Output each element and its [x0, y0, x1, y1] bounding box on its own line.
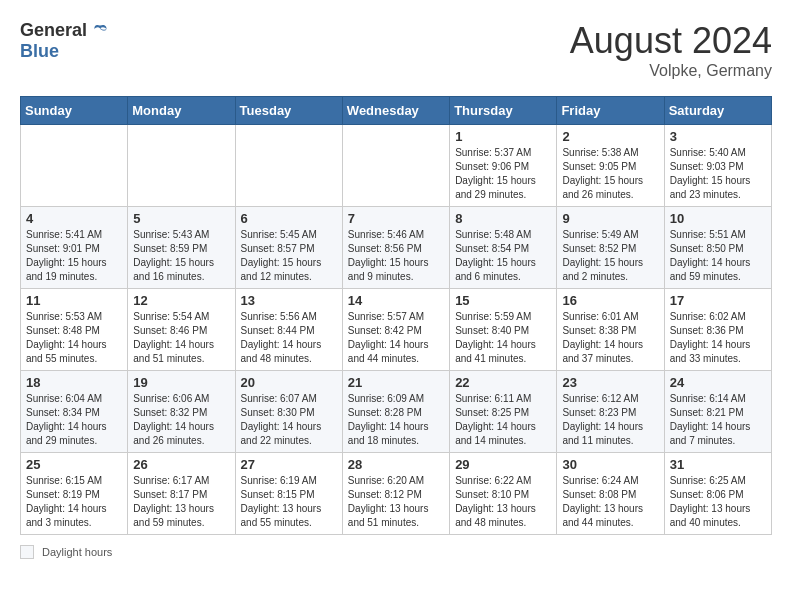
day-info: Sunrise: 6:02 AM Sunset: 8:36 PM Dayligh…	[670, 310, 766, 366]
day-number: 29	[455, 457, 551, 472]
day-number: 15	[455, 293, 551, 308]
calendar-table: SundayMondayTuesdayWednesdayThursdayFrid…	[20, 96, 772, 535]
calendar-cell: 6Sunrise: 5:45 AM Sunset: 8:57 PM Daylig…	[235, 207, 342, 289]
calendar-cell	[342, 125, 449, 207]
calendar-cell: 9Sunrise: 5:49 AM Sunset: 8:52 PM Daylig…	[557, 207, 664, 289]
calendar-cell: 19Sunrise: 6:06 AM Sunset: 8:32 PM Dayli…	[128, 371, 235, 453]
day-number: 10	[670, 211, 766, 226]
calendar-cell: 3Sunrise: 5:40 AM Sunset: 9:03 PM Daylig…	[664, 125, 771, 207]
day-info: Sunrise: 5:56 AM Sunset: 8:44 PM Dayligh…	[241, 310, 337, 366]
day-info: Sunrise: 6:09 AM Sunset: 8:28 PM Dayligh…	[348, 392, 444, 448]
day-info: Sunrise: 6:20 AM Sunset: 8:12 PM Dayligh…	[348, 474, 444, 530]
calendar-week-row: 18Sunrise: 6:04 AM Sunset: 8:34 PM Dayli…	[21, 371, 772, 453]
logo-general-text: General	[20, 20, 87, 41]
day-number: 1	[455, 129, 551, 144]
day-info: Sunrise: 6:11 AM Sunset: 8:25 PM Dayligh…	[455, 392, 551, 448]
day-info: Sunrise: 6:25 AM Sunset: 8:06 PM Dayligh…	[670, 474, 766, 530]
calendar-cell: 22Sunrise: 6:11 AM Sunset: 8:25 PM Dayli…	[450, 371, 557, 453]
day-number: 5	[133, 211, 229, 226]
day-info: Sunrise: 5:41 AM Sunset: 9:01 PM Dayligh…	[26, 228, 122, 284]
calendar-cell: 17Sunrise: 6:02 AM Sunset: 8:36 PM Dayli…	[664, 289, 771, 371]
day-info: Sunrise: 6:04 AM Sunset: 8:34 PM Dayligh…	[26, 392, 122, 448]
day-number: 4	[26, 211, 122, 226]
day-info: Sunrise: 5:45 AM Sunset: 8:57 PM Dayligh…	[241, 228, 337, 284]
day-number: 12	[133, 293, 229, 308]
day-number: 31	[670, 457, 766, 472]
calendar-cell: 21Sunrise: 6:09 AM Sunset: 8:28 PM Dayli…	[342, 371, 449, 453]
day-number: 21	[348, 375, 444, 390]
day-number: 19	[133, 375, 229, 390]
logo-blue-text: Blue	[20, 41, 59, 62]
calendar-cell: 16Sunrise: 6:01 AM Sunset: 8:38 PM Dayli…	[557, 289, 664, 371]
calendar-cell: 1Sunrise: 5:37 AM Sunset: 9:06 PM Daylig…	[450, 125, 557, 207]
logo-bird-icon	[91, 22, 109, 40]
day-number: 20	[241, 375, 337, 390]
day-number: 11	[26, 293, 122, 308]
calendar-cell: 20Sunrise: 6:07 AM Sunset: 8:30 PM Dayli…	[235, 371, 342, 453]
calendar-header-saturday: Saturday	[664, 97, 771, 125]
day-number: 26	[133, 457, 229, 472]
calendar-cell: 10Sunrise: 5:51 AM Sunset: 8:50 PM Dayli…	[664, 207, 771, 289]
day-info: Sunrise: 5:54 AM Sunset: 8:46 PM Dayligh…	[133, 310, 229, 366]
day-info: Sunrise: 5:46 AM Sunset: 8:56 PM Dayligh…	[348, 228, 444, 284]
calendar-cell	[235, 125, 342, 207]
day-number: 16	[562, 293, 658, 308]
day-info: Sunrise: 6:17 AM Sunset: 8:17 PM Dayligh…	[133, 474, 229, 530]
day-info: Sunrise: 5:57 AM Sunset: 8:42 PM Dayligh…	[348, 310, 444, 366]
day-number: 9	[562, 211, 658, 226]
calendar-header-monday: Monday	[128, 97, 235, 125]
day-info: Sunrise: 6:06 AM Sunset: 8:32 PM Dayligh…	[133, 392, 229, 448]
day-number: 8	[455, 211, 551, 226]
calendar-cell	[128, 125, 235, 207]
day-info: Sunrise: 6:22 AM Sunset: 8:10 PM Dayligh…	[455, 474, 551, 530]
day-number: 25	[26, 457, 122, 472]
calendar-week-row: 25Sunrise: 6:15 AM Sunset: 8:19 PM Dayli…	[21, 453, 772, 535]
day-info: Sunrise: 6:12 AM Sunset: 8:23 PM Dayligh…	[562, 392, 658, 448]
calendar-cell: 31Sunrise: 6:25 AM Sunset: 8:06 PM Dayli…	[664, 453, 771, 535]
day-info: Sunrise: 5:40 AM Sunset: 9:03 PM Dayligh…	[670, 146, 766, 202]
calendar-header-friday: Friday	[557, 97, 664, 125]
calendar-cell: 23Sunrise: 6:12 AM Sunset: 8:23 PM Dayli…	[557, 371, 664, 453]
calendar-header-tuesday: Tuesday	[235, 97, 342, 125]
calendar-cell: 14Sunrise: 5:57 AM Sunset: 8:42 PM Dayli…	[342, 289, 449, 371]
day-info: Sunrise: 6:19 AM Sunset: 8:15 PM Dayligh…	[241, 474, 337, 530]
day-number: 2	[562, 129, 658, 144]
calendar-cell: 26Sunrise: 6:17 AM Sunset: 8:17 PM Dayli…	[128, 453, 235, 535]
daylight-label: Daylight hours	[42, 546, 112, 558]
day-number: 14	[348, 293, 444, 308]
calendar-cell: 7Sunrise: 5:46 AM Sunset: 8:56 PM Daylig…	[342, 207, 449, 289]
day-info: Sunrise: 6:01 AM Sunset: 8:38 PM Dayligh…	[562, 310, 658, 366]
calendar-cell: 29Sunrise: 6:22 AM Sunset: 8:10 PM Dayli…	[450, 453, 557, 535]
location-subtitle: Volpke, Germany	[570, 62, 772, 80]
day-info: Sunrise: 5:37 AM Sunset: 9:06 PM Dayligh…	[455, 146, 551, 202]
day-number: 23	[562, 375, 658, 390]
calendar-cell: 5Sunrise: 5:43 AM Sunset: 8:59 PM Daylig…	[128, 207, 235, 289]
page-header: General Blue August 2024 Volpke, Germany	[20, 20, 772, 80]
day-number: 30	[562, 457, 658, 472]
day-number: 17	[670, 293, 766, 308]
day-number: 13	[241, 293, 337, 308]
day-info: Sunrise: 6:24 AM Sunset: 8:08 PM Dayligh…	[562, 474, 658, 530]
day-info: Sunrise: 5:38 AM Sunset: 9:05 PM Dayligh…	[562, 146, 658, 202]
calendar-cell: 15Sunrise: 5:59 AM Sunset: 8:40 PM Dayli…	[450, 289, 557, 371]
calendar-cell: 18Sunrise: 6:04 AM Sunset: 8:34 PM Dayli…	[21, 371, 128, 453]
day-info: Sunrise: 6:14 AM Sunset: 8:21 PM Dayligh…	[670, 392, 766, 448]
calendar-week-row: 1Sunrise: 5:37 AM Sunset: 9:06 PM Daylig…	[21, 125, 772, 207]
day-info: Sunrise: 6:07 AM Sunset: 8:30 PM Dayligh…	[241, 392, 337, 448]
calendar-header-sunday: Sunday	[21, 97, 128, 125]
calendar-cell: 8Sunrise: 5:48 AM Sunset: 8:54 PM Daylig…	[450, 207, 557, 289]
day-number: 7	[348, 211, 444, 226]
day-number: 18	[26, 375, 122, 390]
title-block: August 2024 Volpke, Germany	[570, 20, 772, 80]
day-number: 6	[241, 211, 337, 226]
calendar-cell: 12Sunrise: 5:54 AM Sunset: 8:46 PM Dayli…	[128, 289, 235, 371]
daylight-box-icon	[20, 545, 34, 559]
calendar-cell: 13Sunrise: 5:56 AM Sunset: 8:44 PM Dayli…	[235, 289, 342, 371]
day-info: Sunrise: 5:48 AM Sunset: 8:54 PM Dayligh…	[455, 228, 551, 284]
logo: General Blue	[20, 20, 109, 62]
calendar-footer: Daylight hours	[20, 545, 772, 559]
calendar-cell: 24Sunrise: 6:14 AM Sunset: 8:21 PM Dayli…	[664, 371, 771, 453]
calendar-cell: 30Sunrise: 6:24 AM Sunset: 8:08 PM Dayli…	[557, 453, 664, 535]
calendar-cell: 4Sunrise: 5:41 AM Sunset: 9:01 PM Daylig…	[21, 207, 128, 289]
calendar-cell: 2Sunrise: 5:38 AM Sunset: 9:05 PM Daylig…	[557, 125, 664, 207]
